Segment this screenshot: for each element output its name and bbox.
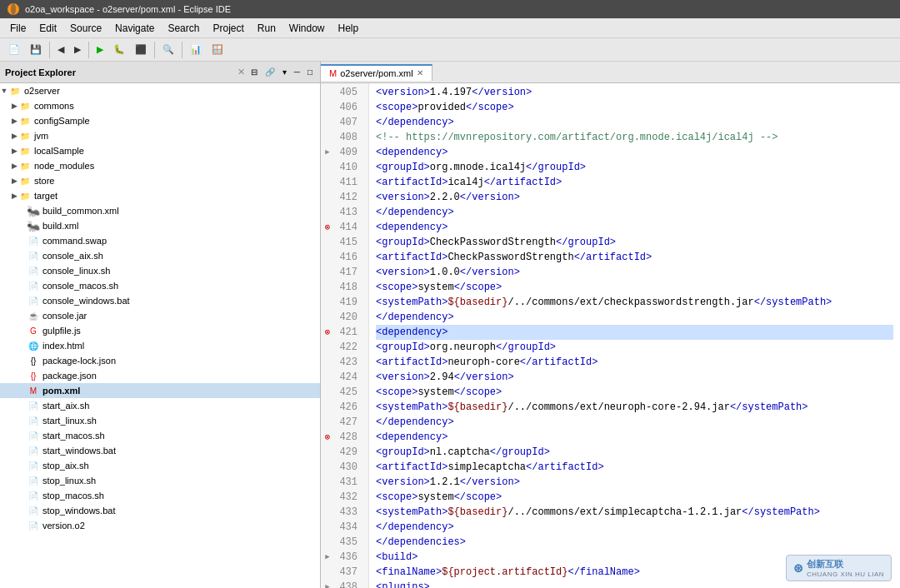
menu-navigate[interactable]: Navigate xyxy=(108,21,161,36)
menu-window[interactable]: Window xyxy=(282,21,332,36)
menu-file[interactable]: File xyxy=(3,21,32,36)
editor-tab-pom-xml[interactable]: M o2server/pom.xml ✕ xyxy=(321,64,432,81)
commons-label: commons xyxy=(34,101,74,111)
code-line-416: <artifactId>CheckPasswordStrength</artif… xyxy=(376,250,893,265)
toolbar-back[interactable]: ◀ xyxy=(53,42,68,57)
line-number-405: 405 xyxy=(334,85,361,100)
toolbar-run[interactable]: ▶ xyxy=(92,42,108,57)
tree-item-console-windows[interactable]: ▶ 📄 console_windows.bat xyxy=(0,293,320,308)
tab-close-btn[interactable]: ✕ xyxy=(417,68,423,77)
console-aix-label: console_aix.sh xyxy=(42,251,103,261)
toolbar-stop[interactable]: ⬛ xyxy=(131,42,151,57)
code-line-405: <version>1.4.197</version> xyxy=(376,85,893,100)
gutter-line-434: 434 xyxy=(321,520,368,535)
start-linux-icon: 📄 xyxy=(27,414,40,427)
tree-item-console-aix[interactable]: ▶ 📄 console_aix.sh xyxy=(0,248,320,263)
jvm-arrow: ▶ xyxy=(10,132,18,140)
tree-item-pom-xml[interactable]: ▶ M pom.xml xyxy=(0,383,320,398)
line-number-406: 406 xyxy=(334,100,361,115)
tree-item-console-jar[interactable]: ▶ ☕ console.jar xyxy=(0,308,320,323)
tree-item-stop-macos[interactable]: ▶ 📄 stop_macos.sh xyxy=(0,488,320,503)
watermark-main-text: 创新互联 xyxy=(807,558,884,571)
tree-item-store[interactable]: ▶ 📁 store xyxy=(0,173,320,188)
tree-item-start-aix[interactable]: ▶ 📄 start_aix.sh xyxy=(0,398,320,413)
menu-project[interactable]: Project xyxy=(206,21,250,36)
code-line-413: </dependency> xyxy=(376,205,893,220)
line-number-409: 409 xyxy=(334,145,361,160)
toolbar-debug[interactable]: 🐛 xyxy=(109,42,129,57)
build-xml-icon: 🐜 xyxy=(27,219,40,232)
pe-max-btn[interactable]: □ xyxy=(305,67,315,77)
tree-item-build-xml[interactable]: ▶ 🐜 build.xml xyxy=(0,218,320,233)
toolbar-search[interactable]: 🔍 xyxy=(158,42,178,57)
pe-link-btn[interactable]: 🔗 xyxy=(262,67,278,77)
start-linux-label: start_linux.sh xyxy=(42,416,97,426)
pe-close-icon[interactable]: ✕ xyxy=(238,67,245,77)
toolbar-save[interactable]: 💾 xyxy=(26,42,46,57)
package-json-icon: {} xyxy=(27,369,40,382)
tree-item-version-o2[interactable]: ▶ 📄 version.o2 xyxy=(0,518,320,533)
tree-item-build-common-xml[interactable]: ▶ 🐜 build_common.xml xyxy=(0,203,320,218)
code-line-406: <scope>provided</scope> xyxy=(376,100,893,115)
tree-item-stop-aix[interactable]: ▶ 📄 stop_aix.sh xyxy=(0,458,320,473)
menu-search[interactable]: Search xyxy=(161,21,206,36)
code-line-435: </dependencies> xyxy=(376,535,893,550)
tree-item-stop-linux[interactable]: ▶ 📄 stop_linux.sh xyxy=(0,473,320,488)
pe-min-btn[interactable]: ─ xyxy=(292,67,302,77)
toolbar-new[interactable]: 📄 xyxy=(4,42,24,57)
line-number-410: 410 xyxy=(334,160,361,175)
toolbar-open-perspective[interactable]: 🪟 xyxy=(208,42,228,57)
pe-menu-btn[interactable]: ▾ xyxy=(280,67,289,77)
store-label: store xyxy=(34,176,54,186)
tree-item-start-macos[interactable]: ▶ 📄 start_macos.sh xyxy=(0,428,320,443)
tree-item-console-macos[interactable]: ▶ 📄 console_macos.sh xyxy=(0,278,320,293)
jvm-label: jvm xyxy=(34,131,48,141)
code-area[interactable]: <version>1.4.197</version> <scope>provid… xyxy=(369,83,900,588)
tree-item-start-linux[interactable]: ▶ 📄 start_linux.sh xyxy=(0,413,320,428)
tree-item-start-windows[interactable]: ▶ 📄 start_windows.bat xyxy=(0,443,320,458)
start-windows-icon: 📄 xyxy=(27,444,40,457)
toolbar-perspective[interactable]: 📊 xyxy=(186,42,206,57)
tree-root[interactable]: ▼ 📁 o2server xyxy=(0,83,320,98)
gutter-indicator-421: ⊗ xyxy=(321,325,334,340)
tree-item-node-modules[interactable]: ▶ 📁 node_modules xyxy=(0,158,320,173)
version-o2-icon: 📄 xyxy=(27,519,40,532)
tree-item-commons[interactable]: ▶ 📁 commons xyxy=(0,98,320,113)
code-line-428: <dependency> xyxy=(376,430,893,445)
menu-bar: File Edit Source Navigate Search Project… xyxy=(0,18,900,38)
pe-collapse-btn[interactable]: ⊟ xyxy=(248,67,260,77)
watermark-sub-text: CHUANG XIN HU LIAN xyxy=(807,571,884,578)
console-jar-label: console.jar xyxy=(42,311,87,321)
line-number-420: 420 xyxy=(334,310,361,325)
code-line-411: <artifactId>ical4j</artifactId> xyxy=(376,175,893,190)
gutter-line-412: 412 xyxy=(321,190,368,205)
menu-edit[interactable]: Edit xyxy=(32,21,63,36)
menu-help[interactable]: Help xyxy=(332,21,366,36)
tree-item-package-lock[interactable]: ▶ {} package-lock.json xyxy=(0,353,320,368)
line-number-437: 437 xyxy=(334,565,361,580)
tree-item-jvm[interactable]: ▶ 📁 jvm xyxy=(0,128,320,143)
gutter-line-419: 419 xyxy=(321,295,368,310)
start-aix-icon: 📄 xyxy=(27,399,40,412)
menu-source[interactable]: Source xyxy=(63,21,108,36)
stop-aix-label: stop_aix.sh xyxy=(42,461,89,471)
gutter-line-423: 423 xyxy=(321,355,368,370)
editor-area: M o2server/pom.xml ✕ 405406407408▶409410… xyxy=(321,62,900,588)
tree-item-index-html[interactable]: ▶ 🌐 index.html xyxy=(0,338,320,353)
code-line-423: <artifactId>neuroph-core</artifactId> xyxy=(376,355,893,370)
node-modules-label: node_modules xyxy=(34,161,94,171)
tree-item-gulpfile[interactable]: ▶ G gulpfile.js xyxy=(0,323,320,338)
window-title: o2oa_workspace - o2server/pom.xml - Ecli… xyxy=(25,4,231,14)
tree-item-configsample[interactable]: ▶ 📁 configSample xyxy=(0,113,320,128)
tree-item-target[interactable]: ▶ 📁 target xyxy=(0,188,320,203)
tree-item-command-swap[interactable]: ▶ 📄 command.swap xyxy=(0,233,320,248)
tree-item-console-linux[interactable]: ▶ 📄 console_linux.sh xyxy=(0,263,320,278)
gutter-line-405: 405 xyxy=(321,85,368,100)
tree-item-package-json[interactable]: ▶ {} package.json xyxy=(0,368,320,383)
toolbar-forward[interactable]: ▶ xyxy=(70,42,85,57)
tree-item-stop-windows[interactable]: ▶ 📄 stop_windows.bat xyxy=(0,503,320,518)
line-number-425: 425 xyxy=(334,385,361,400)
menu-run[interactable]: Run xyxy=(251,21,282,36)
tree-item-localsample[interactable]: ▶ 📁 localSample xyxy=(0,143,320,158)
project-explorer: Project Explorer ✕ ⊟ 🔗 ▾ ─ □ ▼ 📁 o2serve… xyxy=(0,62,321,588)
